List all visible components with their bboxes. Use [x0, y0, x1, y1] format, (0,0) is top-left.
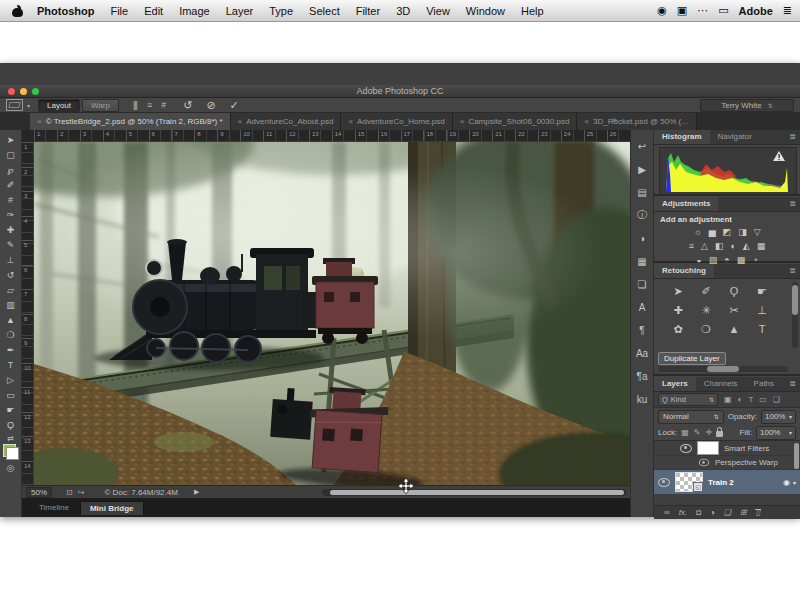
layer-effects-icon[interactable]: fx. — [679, 508, 687, 517]
status-flyout-icon[interactable]: ▶ — [194, 488, 199, 496]
pen-tool[interactable]: ✒ — [2, 342, 20, 357]
panel-tab[interactable]: Layers — [654, 377, 696, 391]
filter-type-icon[interactable]: T — [748, 395, 753, 404]
visibility-eye-icon[interactable] — [680, 444, 692, 453]
background-color-swatch[interactable] — [6, 447, 19, 460]
hand-tool-icon[interactable]: ☛ — [748, 285, 776, 298]
color-balance-icon[interactable]: △ — [701, 241, 708, 251]
filter-smart-icon[interactable]: ❏ — [773, 395, 780, 404]
bottom-panel-tab[interactable]: Mini Bridge — [80, 501, 144, 515]
document-tab[interactable]: × AdventureCo_About.psd — [231, 113, 342, 130]
menu-item[interactable]: Edit — [136, 5, 171, 17]
new-layer-icon[interactable]: ⊞ — [740, 508, 747, 517]
visibility-eye-icon[interactable] — [699, 459, 709, 467]
eyedropper-tool[interactable]: ✑ — [2, 207, 20, 222]
menu-item[interactable]: View — [418, 5, 458, 17]
horizontal-scrollbar-thumb[interactable] — [330, 490, 624, 495]
menu-photoshop[interactable]: Photoshop — [29, 5, 102, 17]
rows-icon[interactable]: ≡ — [147, 100, 151, 110]
collapse-filters-icon[interactable]: ▾ — [793, 479, 796, 486]
visibility-eye-icon[interactable] — [658, 478, 670, 487]
brush-tool[interactable]: ✎ — [2, 237, 20, 252]
menu-item[interactable]: File — [102, 5, 136, 17]
exposure-icon[interactable]: ◨ — [738, 227, 747, 237]
layer-group-icon[interactable]: ❏ — [724, 508, 731, 517]
lasso-tool[interactable]: ℘ — [2, 162, 20, 177]
fill-field[interactable]: 100% ▾ — [756, 426, 796, 440]
layer-filter-kind-select[interactable]: Ϙ Kind ⇅ — [658, 393, 718, 406]
crop-tool[interactable]: # — [2, 192, 20, 207]
channel-mixer-icon[interactable]: ◭ — [743, 241, 750, 251]
hue-saturation-icon[interactable]: ≡ — [689, 241, 694, 251]
scissors-icon[interactable]: ✂ — [720, 304, 748, 317]
menu-item[interactable]: Filter — [348, 5, 388, 17]
adobe-menu[interactable]: Adobe — [739, 5, 773, 17]
device-preview-panel-icon[interactable]: ▤ — [632, 182, 652, 202]
quick-selection-tool[interactable]: ✐ — [2, 177, 20, 192]
menu-item[interactable]: Type — [261, 5, 301, 17]
vertical-scrollbar-thumb[interactable] — [792, 285, 798, 315]
lock-transparency-icon[interactable]: ▦ — [681, 428, 689, 437]
healing-brush-icon[interactable]: ✚ — [664, 304, 692, 317]
tab-overflow-icon[interactable]: » — [612, 115, 617, 125]
levels-icon[interactable]: ▅ — [709, 227, 716, 237]
close-tab-icon[interactable]: × — [37, 117, 42, 126]
actions-panel-icon[interactable]: ▶ — [632, 159, 652, 179]
marquee-tool[interactable]: ▢ — [2, 147, 20, 162]
lock-position-icon[interactable]: ✛ — [705, 428, 712, 437]
opacity-field[interactable]: 100% ▾ — [761, 410, 796, 424]
horizontal-scrollbar[interactable] — [322, 489, 626, 496]
close-tab-icon[interactable]: × — [238, 117, 243, 126]
title-bar[interactable]: Adobe Photoshop CC — [0, 85, 800, 98]
panel-menu-icon[interactable]: ≣ — [789, 199, 796, 208]
document-tab[interactable]: × 3D_Rocket.psd @ 50% (… — [577, 113, 697, 130]
perspective-warp-tool-icon[interactable] — [6, 99, 23, 111]
ruler-left[interactable]: 1234567891011121314 — [22, 142, 34, 485]
history-panel-icon[interactable]: ↩ — [632, 136, 652, 156]
layer-row-smart-filters[interactable]: Smart Filters — [654, 441, 800, 456]
layer-row-perspective-warp[interactable]: Perspective Warp — [654, 456, 800, 470]
quick-mask-button[interactable]: ◎ — [7, 463, 15, 473]
layer-mask-icon[interactable]: ◘ — [696, 508, 701, 517]
clone-stamp-icon[interactable]: ⊥ — [748, 304, 776, 317]
spot-healing-tool[interactable]: ✚ — [2, 222, 20, 237]
gradient-tool[interactable]: ▥ — [2, 297, 20, 312]
display-icon[interactable]: ▭ — [718, 4, 728, 17]
panel-tab[interactable]: Paths — [746, 377, 782, 391]
history-brush-tool[interactable]: ↺ — [2, 267, 20, 282]
tool-preset-caret-icon[interactable]: ▾ — [27, 102, 30, 109]
apple-icon[interactable] — [12, 5, 23, 17]
move-tool-icon[interactable]: ➤ — [664, 285, 692, 298]
zoom-tool-icon[interactable]: Ϙ — [720, 285, 748, 298]
menu-item[interactable]: Select — [301, 5, 348, 17]
menu-item[interactable]: 3D — [388, 5, 418, 17]
document-tab[interactable]: × Campsite_Shot06_0030.psd — [453, 113, 578, 130]
color-panel-icon[interactable]: ◑ — [632, 228, 652, 248]
menu-item[interactable]: Image — [171, 5, 218, 17]
adjustment-layer-icon[interactable]: ◑ — [710, 508, 715, 517]
kuler-panel-icon[interactable]: ku — [632, 389, 652, 409]
swap-colors-icon[interactable]: ⇄ — [7, 434, 14, 443]
patch-tool-icon[interactable]: ✿ — [664, 323, 692, 336]
layer-thumbnail[interactable]: ◱ — [675, 472, 703, 492]
photo-filter-icon[interactable]: ◐ — [730, 241, 735, 251]
cc-sync-icon[interactable]: ◉ — [657, 4, 667, 17]
sharpen-tool-icon[interactable]: ▲ — [720, 323, 748, 336]
filter-shape-icon[interactable]: ▭ — [759, 395, 767, 404]
columns-icon[interactable]: ||| — [133, 100, 137, 110]
color-lookup-icon[interactable]: ▦ — [757, 241, 766, 251]
vertical-scrollbar[interactable] — [792, 282, 798, 348]
vibrance-icon[interactable]: ▽ — [754, 227, 761, 237]
horizontal-scrollbar[interactable] — [658, 366, 788, 372]
delete-layer-icon[interactable]: ▯ — [756, 508, 760, 517]
horizontal-scrollbar-thumb[interactable] — [707, 366, 739, 372]
quick-selection-icon[interactable]: ✐ — [692, 285, 720, 298]
path-selection-tool[interactable]: ▷ — [2, 372, 20, 387]
canvas-image[interactable] — [34, 142, 630, 485]
brightness-contrast-icon[interactable]: ☼ — [693, 227, 701, 237]
paragraph-styles-panel-icon[interactable]: ¶a — [632, 366, 652, 386]
workspace-switcher[interactable]: Terry White⇅ — [700, 99, 794, 112]
zoom-tool[interactable]: Ϙ — [2, 417, 20, 432]
close-tab-icon[interactable]: × — [460, 117, 465, 126]
panel-tab[interactable]: Histogram — [654, 130, 710, 144]
